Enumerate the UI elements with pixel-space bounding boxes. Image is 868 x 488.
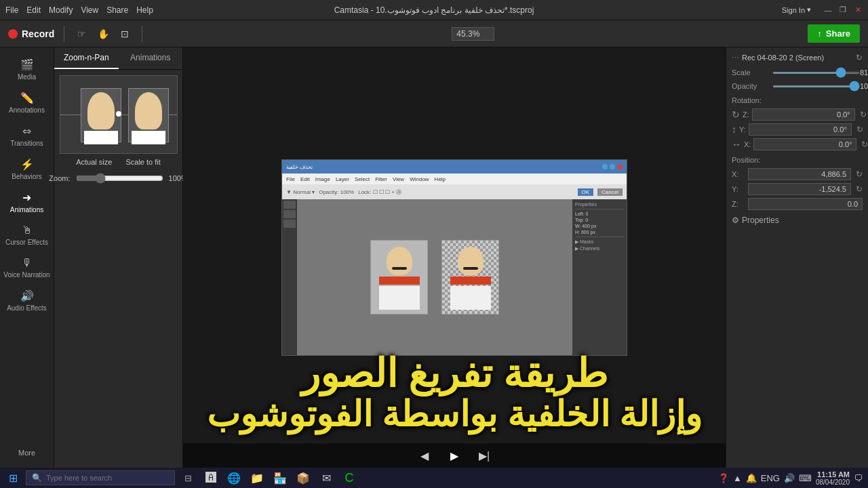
sidebar-item-transitions[interactable]: ⇔ Transitions bbox=[0, 119, 54, 152]
pos-x-reset[interactable]: ↻ bbox=[856, 169, 863, 179]
time-display: 11:15 AM bbox=[816, 470, 850, 479]
sidebar-item-animations[interactable]: ➜ Animations bbox=[0, 186, 54, 219]
pos-y-input[interactable] bbox=[748, 183, 851, 195]
menu-share[interactable]: Share bbox=[106, 5, 128, 15]
rotation-x-reset[interactable]: ↻ bbox=[861, 140, 868, 149]
panel-tabs: Zoom-n-Pan Animations bbox=[54, 47, 182, 70]
preview-canvas[interactable] bbox=[60, 75, 178, 154]
minimize-button[interactable]: — bbox=[823, 5, 833, 15]
zoom-slider[interactable] bbox=[76, 173, 163, 184]
position-section: Position: X: ↻ Y: ↻ Z: bbox=[732, 156, 863, 210]
tab-zoom-n-pan[interactable]: Zoom-n-Pan bbox=[54, 47, 119, 69]
zoom-select[interactable]: 45.3% 25% 50% 100% Fit bbox=[452, 27, 494, 41]
ps-maximize[interactable] bbox=[610, 164, 615, 169]
separator2 bbox=[142, 26, 142, 42]
position-y-row: Y: ↻ bbox=[732, 183, 863, 195]
menu-file[interactable]: File bbox=[5, 5, 18, 15]
sidebar-label-behaviors: Behaviors bbox=[12, 173, 41, 180]
opacity-slider[interactable] bbox=[772, 85, 860, 87]
window-title: Camtasia - 10.تحذف خلفية برنامج ادوب فوت… bbox=[334, 5, 534, 15]
taskbar-amazon[interactable]: 🅰 bbox=[201, 468, 221, 488]
ps-tool-1[interactable] bbox=[283, 201, 296, 209]
close-button[interactable]: ✕ bbox=[853, 5, 863, 15]
notification-bell[interactable]: 🗨 bbox=[854, 473, 863, 483]
ps-tool-3[interactable] bbox=[283, 220, 296, 228]
taskbar-task-view[interactable]: ⊟ bbox=[178, 468, 198, 488]
hand-tool[interactable]: ✋ bbox=[96, 26, 111, 41]
rotation-x-input[interactable] bbox=[753, 138, 856, 150]
search-icon: 🔍 bbox=[32, 473, 42, 483]
zoom-pan-panel: Zoom-n-Pan Animations Actual s bbox=[54, 47, 183, 468]
record-button[interactable]: Record bbox=[8, 28, 54, 39]
start-button[interactable]: ⊞ bbox=[3, 468, 23, 488]
keyframe-left[interactable] bbox=[81, 88, 121, 142]
menu-help[interactable]: Help bbox=[136, 5, 153, 15]
menu-edit[interactable]: Edit bbox=[26, 5, 41, 15]
keyframe-dot[interactable] bbox=[116, 111, 121, 117]
mic-icon: 🎙 bbox=[22, 257, 33, 269]
rotation-y-reset[interactable]: ↻ bbox=[856, 125, 863, 134]
pos-x-label: X: bbox=[732, 170, 745, 178]
share-button[interactable]: ↑ Share bbox=[808, 24, 860, 43]
sidebar-item-annotations[interactable]: ✏️ Annotations bbox=[0, 86, 54, 119]
menu-view[interactable]: View bbox=[81, 5, 98, 15]
refresh-icon[interactable]: ↻ bbox=[856, 53, 863, 62]
rotation-z-input[interactable] bbox=[752, 108, 855, 121]
taskbar-edge[interactable]: 🌐 bbox=[224, 468, 244, 488]
taskbar-store[interactable]: 🏪 bbox=[270, 468, 290, 488]
main-area: 🎬 Media ✏️ Annotations ⇔ Transitions ⚡ B… bbox=[0, 47, 868, 468]
sidebar-label-transitions: Transitions bbox=[10, 140, 43, 147]
crop-tool[interactable]: ⊡ bbox=[117, 26, 132, 41]
scale-to-fit-button[interactable]: Scale to fit bbox=[125, 158, 160, 166]
rotation-z-reset[interactable]: ↻ bbox=[860, 110, 867, 119]
play-button[interactable]: ▶ bbox=[445, 446, 464, 465]
more-button[interactable]: More bbox=[0, 443, 54, 462]
keyframe-right[interactable] bbox=[128, 88, 169, 142]
ps-titlebar: تحذف خلفية bbox=[282, 160, 627, 174]
pointer-tool[interactable]: ☞ bbox=[74, 26, 89, 41]
sidebar-item-media[interactable]: 🎬 Media bbox=[0, 53, 54, 86]
properties-button[interactable]: ⚙ Properties bbox=[732, 216, 863, 225]
ps-close[interactable] bbox=[617, 164, 623, 169]
next-frame-button[interactable]: ▶| bbox=[475, 446, 494, 465]
sign-in-button[interactable]: Sign In ▾ bbox=[782, 5, 811, 14]
position-label: Position: bbox=[732, 156, 772, 164]
taskbar-dropbox[interactable]: 📦 bbox=[293, 468, 313, 488]
search-input[interactable] bbox=[46, 474, 169, 482]
sidebar-item-voice-narration[interactable]: 🎙 Voice Narration bbox=[0, 251, 54, 284]
ps-cancel-button[interactable]: Cancel bbox=[597, 188, 623, 196]
search-bar[interactable]: 🔍 bbox=[26, 470, 175, 485]
ps-toolbar-row: ▼ Normal ▾ Opacity: 100% Lock: ☐ ☐ ☐ + ⓐ… bbox=[282, 184, 627, 199]
help-icon[interactable]: ❓ bbox=[718, 473, 729, 483]
opacity-row: Opacity 100% ↻ bbox=[732, 81, 863, 91]
animations-icon: ➜ bbox=[22, 191, 31, 204]
rotation-z-icon: ↻ bbox=[732, 109, 740, 120]
menu-modify[interactable]: Modify bbox=[49, 5, 73, 15]
taskbar-mail[interactable]: ✉ bbox=[316, 468, 336, 488]
pos-z-input[interactable] bbox=[748, 198, 863, 210]
title-bar: File Edit Modify View Share Help Camtasi… bbox=[0, 0, 868, 20]
volume-icon[interactable]: 🔊 bbox=[784, 473, 795, 483]
ps-ok-button[interactable]: OK bbox=[578, 188, 594, 196]
notification-icon[interactable]: 🔔 bbox=[746, 473, 757, 483]
scale-slider[interactable] bbox=[772, 72, 860, 74]
system-tray-arrow[interactable]: ▲ bbox=[733, 473, 742, 483]
pos-y-reset[interactable]: ↻ bbox=[856, 184, 863, 194]
taskbar-camtasia[interactable]: C bbox=[339, 468, 359, 488]
prev-frame-button[interactable]: ◀ bbox=[415, 446, 434, 465]
cursor-icon: 🖱 bbox=[22, 224, 33, 237]
keyboard-icon[interactable]: ⌨ bbox=[799, 473, 812, 483]
position-z-row: Z: bbox=[732, 198, 863, 210]
maximize-button[interactable]: ❐ bbox=[838, 5, 848, 15]
zoom-slider-row: Zoom: 100% bbox=[43, 170, 193, 186]
sidebar-item-cursor-effects[interactable]: 🖱 Cursor Effects bbox=[0, 219, 54, 251]
ps-minimize[interactable] bbox=[602, 164, 608, 169]
sidebar-item-audio-effects[interactable]: 🔊 Audio Effects bbox=[0, 284, 54, 317]
taskbar-files[interactable]: 📁 bbox=[247, 468, 267, 488]
tab-animations[interactable]: Animations bbox=[119, 47, 183, 69]
actual-size-button[interactable]: Actual size bbox=[76, 158, 112, 166]
pos-x-input[interactable] bbox=[748, 168, 851, 180]
language-icon[interactable]: ENG bbox=[761, 473, 780, 483]
rotation-y-input[interactable] bbox=[749, 123, 852, 136]
ps-tool-2[interactable] bbox=[283, 210, 296, 218]
